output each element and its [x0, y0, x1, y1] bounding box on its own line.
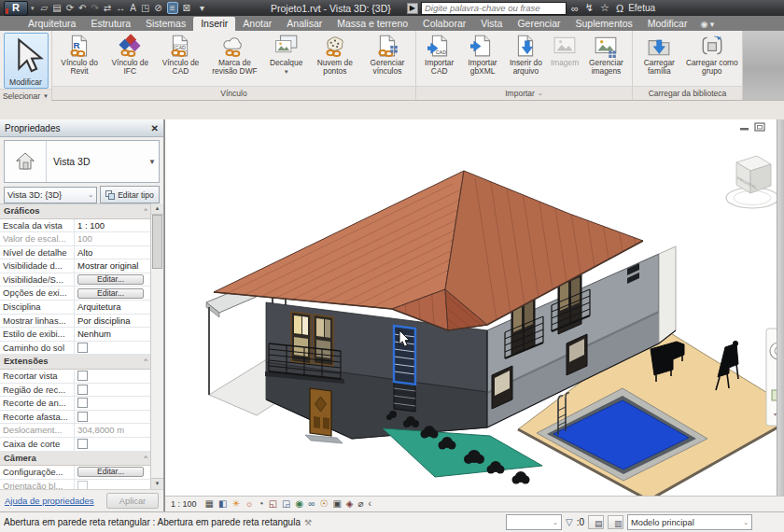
sign-in-label[interactable]: Efetua [628, 3, 655, 13]
checkbox[interactable] [77, 412, 88, 422]
default-3d-view-icon[interactable]: ◳ [141, 3, 149, 13]
show-crop-region-icon[interactable]: ◱ [269, 497, 277, 511]
measure-icon[interactable]: ⇄ [104, 3, 111, 13]
aligned-dimension-icon[interactable]: ↔ [116, 3, 125, 13]
redo-icon[interactable]: ↷ [91, 3, 98, 13]
crop-region-visible-icon[interactable]: ◲ [282, 497, 290, 511]
instance-selector-dropdown[interactable]: Vista 3D: {3D}⌄ [4, 187, 97, 203]
dwf-markup-button[interactable]: Marca de revisão DWF [206, 33, 264, 77]
displaced-elements-icon[interactable]: ◈ [346, 497, 354, 511]
link-revit-button[interactable]: R Vínculo do Revit [54, 33, 105, 77]
sign-in-icon[interactable]: Ω [616, 3, 623, 14]
load-as-group-button[interactable]: Carregar como grupo [684, 33, 740, 77]
chevron-down-icon[interactable]: ▼ [146, 141, 159, 182]
section-icon[interactable]: ⊘ [154, 3, 161, 13]
tab-anotar[interactable]: Anotar [235, 17, 279, 31]
checkbox[interactable] [77, 385, 88, 395]
import-cad-button[interactable]: CAD Importar CAD [418, 33, 460, 77]
constraints-icon[interactable]: ⌀ [358, 497, 364, 511]
scroll-down-icon[interactable]: ▼ [151, 478, 163, 489]
view-window-controls[interactable] [740, 123, 764, 131]
edit-button[interactable]: Editar... [77, 288, 144, 299]
communication-center-icon[interactable]: ↯ [585, 2, 594, 14]
tab-vista[interactable]: Vista [473, 17, 510, 31]
decal-icon [274, 34, 299, 58]
view-scale[interactable]: 1 : 100 [171, 499, 197, 509]
app-menu-button[interactable]: R [4, 1, 28, 16]
3d-view-canvas[interactable]: FRONTAL ▾ [165, 119, 784, 497]
manage-links-button[interactable]: Gerenciar vínculos [361, 33, 413, 77]
active-workset-dropdown[interactable]: ⌄ [506, 514, 562, 530]
help-search-input[interactable] [421, 2, 567, 15]
search-expander-icon[interactable]: ▶ [407, 3, 418, 14]
worksharing-display-button[interactable]: ▥ [608, 515, 623, 529]
ribbon-display-toggle-icon[interactable]: ◉ ▾ [700, 20, 714, 31]
tab-inserir[interactable]: Inserir [193, 17, 235, 31]
open-icon[interactable]: ▱ [41, 3, 49, 13]
tab-gerenciar[interactable]: Gerenciar [510, 17, 567, 31]
visual-style-icon[interactable]: ◧ [218, 497, 227, 511]
tab-suplementos[interactable]: Suplementos [567, 17, 639, 31]
locked-3d-view-icon[interactable]: ◉ [296, 497, 304, 511]
image-button[interactable]: Imagem [547, 33, 582, 68]
crop-view-icon[interactable]: ◔ [259, 497, 264, 511]
tab-massa-e-terreno[interactable]: Massa e terreno [329, 17, 415, 31]
filter-icon[interactable]: ▽ [566, 517, 573, 527]
collapse-viewbar-icon[interactable]: ‹ [369, 497, 371, 511]
point-cloud-button[interactable]: Nuvem de pontos [309, 33, 361, 77]
thin-lines-icon[interactable]: ≡ [167, 2, 178, 14]
shadows-icon[interactable]: ☼ [245, 497, 253, 511]
section-graficos[interactable]: Gráficos^ [0, 204, 151, 219]
tab-estrutura[interactable]: Estrutura [83, 17, 138, 31]
close-hidden-windows-icon[interactable]: ⊠ [183, 3, 190, 13]
tab-colaborar[interactable]: Colaborar [415, 17, 473, 31]
section-extensoes[interactable]: Extensões^ [0, 355, 151, 370]
design-option-dropdown[interactable]: Modelo principal⌄ [627, 514, 752, 530]
checkbox[interactable] [77, 371, 88, 381]
edit-button[interactable]: Editar... [77, 274, 144, 285]
app-menu-arrow-icon[interactable]: ▾ [31, 5, 35, 12]
properties-scrollbar[interactable]: ▲ ▼ [150, 203, 163, 489]
edit-button[interactable]: Editar... [77, 467, 144, 477]
reveal-hidden-elements-icon[interactable]: ☉ [319, 497, 328, 511]
modify-button[interactable]: Modificar [4, 33, 49, 89]
edit-type-button[interactable]: Editar tipo [100, 186, 160, 203]
properties-help-link[interactable]: Ajuda de propriedades [5, 496, 94, 506]
view-cube[interactable]: FRONTAL [726, 156, 778, 208]
section-camera[interactable]: Câmera^ [0, 452, 151, 467]
manage-images-button[interactable]: Gerenciar imagens [582, 33, 630, 77]
favorites-icon[interactable]: ☆ [600, 2, 609, 14]
load-family-button[interactable]: Carregar família [635, 33, 684, 77]
scroll-up-icon[interactable]: ▲ [151, 203, 163, 215]
detail-level-icon[interactable]: ▦ [205, 497, 214, 511]
cad-link-icon: CAD [168, 34, 192, 58]
temporary-view-properties-icon[interactable]: ▣ [332, 497, 341, 511]
type-selector[interactable]: Vista 3D ▼ [4, 140, 160, 183]
link-cad-button[interactable]: CAD Vínculo de CAD [155, 33, 205, 77]
sync-icon[interactable]: ⟳ [66, 3, 74, 13]
text-note-icon[interactable]: A [130, 3, 136, 13]
checkbox[interactable] [77, 398, 88, 408]
tab-analisar[interactable]: Analisar [279, 17, 329, 31]
tab-arquitetura[interactable]: Arquitetura [21, 17, 83, 31]
decal-button[interactable]: Decalque▼ [263, 33, 308, 77]
tab-sistemas[interactable]: Sistemas [138, 17, 193, 31]
close-icon[interactable]: ✕ [151, 123, 159, 133]
property-row: Caminho do sol [0, 342, 151, 356]
link-ifc-button[interactable]: Vínculo de IFC [105, 33, 155, 77]
checkbox[interactable] [77, 439, 88, 449]
editable-only-button[interactable]: ▤ [588, 515, 604, 529]
import-gbxml-button[interactable]: Importar gbXML [460, 33, 504, 77]
search-icon[interactable]: ∞ [571, 3, 579, 14]
tab-modificar[interactable]: Modificar [640, 17, 695, 31]
undo-icon[interactable]: ↶ [78, 3, 86, 13]
sun-path-icon[interactable]: ☀ [231, 497, 240, 511]
temporary-hide-isolate-icon[interactable]: ∞ [308, 497, 315, 511]
customize-qat-icon[interactable]: ▾ [200, 3, 204, 13]
insert-from-file-button[interactable]: Inserir do arquivo [505, 33, 547, 77]
save-icon[interactable]: ▤ [52, 3, 61, 13]
checkbox[interactable] [77, 343, 88, 353]
drawing-area[interactable]: FRONTAL ▾ [164, 119, 784, 511]
scrollbar-thumb[interactable] [152, 215, 162, 269]
apply-button[interactable]: Aplicar [106, 493, 159, 509]
